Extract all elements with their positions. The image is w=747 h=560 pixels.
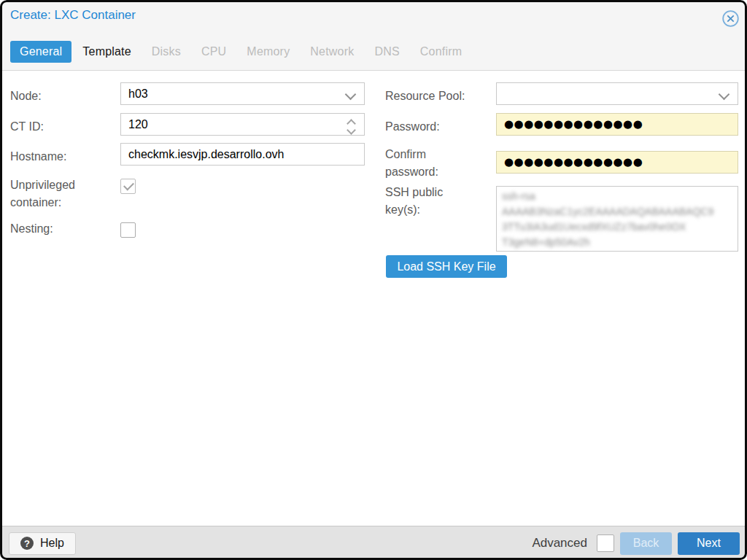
tab-cpu: CPU xyxy=(192,41,236,63)
advanced-label: Advanced xyxy=(532,536,587,551)
ssh-keys-textarea[interactable]: ssh-rsa AAAAB3NzaC1yc2EAAAADAQABAAABAQC9… xyxy=(496,186,738,252)
dialog-title: Create: LXC Container xyxy=(10,8,136,23)
form-panel: Node: h03 CT ID: 120 Hostname: checkmk.i… xyxy=(0,71,747,526)
chevron-down-icon[interactable] xyxy=(345,89,357,101)
password-label: Password: xyxy=(385,118,480,136)
load-ssh-key-button[interactable]: Load SSH Key File xyxy=(386,255,507,278)
close-icon xyxy=(722,10,739,27)
node-value: h03 xyxy=(128,88,148,101)
unprivileged-checkbox[interactable] xyxy=(120,179,136,194)
tab-bar: General Template Disks CPU Memory Networ… xyxy=(10,41,473,63)
hostname-value: checkmk.iesvjp.desarrollo.ovh xyxy=(128,148,284,161)
confirm-password-input[interactable]: ●●●●●●●●●●●●●● xyxy=(496,151,738,174)
password-input[interactable]: ●●●●●●●●●●●●●● xyxy=(496,113,738,136)
chevron-down-icon[interactable] xyxy=(719,89,730,101)
ct-id-label: CT ID: xyxy=(10,118,105,136)
dialog-footer: ? Help Advanced Back Next xyxy=(0,526,747,560)
tab-confirm: Confirm xyxy=(411,41,471,63)
footer-actions: Advanced Back Next xyxy=(532,532,740,555)
password-masked-value: ●●●●●●●●●●●●●● xyxy=(504,117,643,131)
back-button[interactable]: Back xyxy=(620,532,672,555)
tab-memory: Memory xyxy=(237,41,299,63)
ct-id-spinner[interactable]: 120 xyxy=(120,113,365,136)
ssh-keys-label: SSH public key(s): xyxy=(385,184,480,219)
hostname-label: Hostname: xyxy=(10,148,105,166)
resource-pool-label: Resource Pool: xyxy=(385,88,487,105)
tab-dns: DNS xyxy=(365,41,409,63)
unprivileged-label: Unprivileged container: xyxy=(10,176,105,211)
confirm-password-label: Confirm password: xyxy=(385,146,480,181)
close-button[interactable] xyxy=(722,10,739,27)
help-icon: ? xyxy=(20,537,34,550)
tab-disks: Disks xyxy=(142,41,190,63)
advanced-checkbox[interactable] xyxy=(597,534,614,552)
tab-network: Network xyxy=(301,41,363,63)
help-button-label: Help xyxy=(40,537,64,550)
next-button[interactable]: Next xyxy=(678,532,740,555)
node-select[interactable]: h03 xyxy=(120,82,365,105)
dialog-header: Create: LXC Container General Template D… xyxy=(0,0,747,71)
check-icon xyxy=(123,180,134,191)
resource-pool-select[interactable] xyxy=(496,82,738,105)
nesting-label: Nesting: xyxy=(10,220,105,238)
nesting-checkbox[interactable] xyxy=(120,222,136,238)
confirm-password-masked-value: ●●●●●●●●●●●●●● xyxy=(504,155,643,168)
node-label: Node: xyxy=(10,88,105,105)
ssh-keys-blurred-value: ssh-rsa AAAAB3NzaC1yc2EAAAADAQABAAABAQC9… xyxy=(502,189,732,250)
help-button[interactable]: ? Help xyxy=(9,532,76,555)
create-lxc-dialog: Create: LXC Container General Template D… xyxy=(0,0,747,560)
ct-id-value: 120 xyxy=(128,118,148,131)
hostname-input[interactable]: checkmk.iesvjp.desarrollo.ovh xyxy=(120,143,365,166)
tab-template[interactable]: Template xyxy=(73,41,141,63)
spinner-down-icon[interactable] xyxy=(347,125,356,135)
tab-general[interactable]: General xyxy=(10,41,71,63)
